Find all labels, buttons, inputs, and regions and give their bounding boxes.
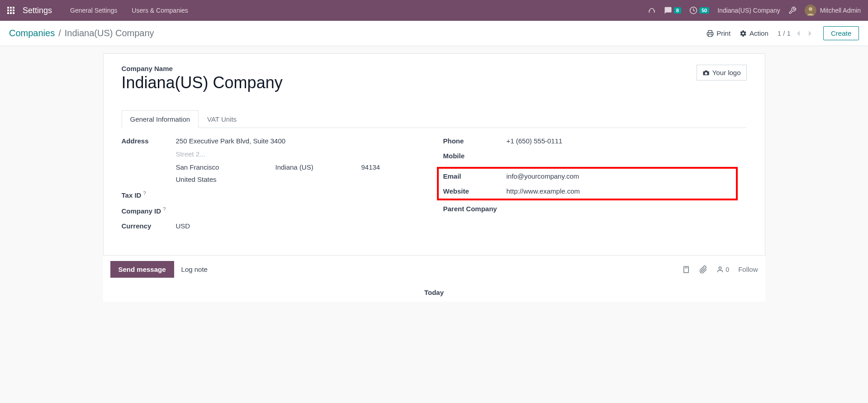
messages-badge: 8	[674, 7, 681, 14]
website-label: Website	[443, 187, 507, 195]
person-icon	[716, 266, 724, 273]
followers-button[interactable]: 0	[716, 266, 729, 273]
breadcrumb-separator: /	[58, 28, 61, 38]
app-title[interactable]: Settings	[23, 6, 52, 15]
chatter-toolbar: Send message Log note 0 Follow	[103, 256, 765, 283]
form-right-column: Phone +1 (650) 555-0111 Mobile Email inf…	[443, 137, 747, 237]
print-label: Print	[716, 29, 730, 37]
nav-users-companies[interactable]: Users & Companies	[126, 7, 194, 14]
your-logo-label: Your logo	[712, 69, 741, 76]
email-field[interactable]: info@yourcompany.com	[507, 172, 731, 180]
gear-icon	[740, 30, 747, 37]
pager-value[interactable]: 1 / 1	[778, 29, 791, 37]
email-label: Email	[443, 172, 507, 180]
follow-button[interactable]: Follow	[738, 266, 758, 273]
tab-general-information[interactable]: General Information	[122, 110, 199, 128]
company-selector[interactable]: Indiana(US) Company	[717, 7, 780, 14]
tab-vat-units[interactable]: VAT Units	[199, 110, 245, 128]
tabs: General Information VAT Units	[122, 110, 747, 128]
debug-icon[interactable]	[788, 6, 797, 14]
breadcrumb-companies[interactable]: Companies	[9, 28, 55, 38]
pager-next-icon[interactable]	[806, 30, 814, 37]
username: Mitchell Admin	[820, 7, 861, 14]
activities-icon[interactable]: 50	[689, 6, 709, 14]
pager: 1 / 1	[778, 29, 814, 37]
messages-icon[interactable]: 8	[664, 6, 681, 14]
svg-point-3	[719, 267, 721, 269]
avatar	[805, 5, 816, 16]
camera-icon	[702, 69, 710, 76]
street2-field[interactable]: Street 2...	[176, 150, 425, 158]
help-icon[interactable]: ?	[143, 190, 146, 196]
currency-field[interactable]: USD	[176, 222, 425, 230]
send-message-button[interactable]: Send message	[110, 261, 174, 278]
state-field[interactable]: Indiana (US)	[275, 163, 352, 171]
address-label: Address	[122, 137, 176, 145]
mobile-label: Mobile	[443, 152, 507, 160]
form-sheet: Company Name Indiana(US) Company Your lo…	[103, 53, 765, 256]
city-field[interactable]: San Francisco	[176, 163, 266, 171]
user-menu[interactable]: Mitchell Admin	[805, 5, 861, 16]
print-button[interactable]: Print	[707, 29, 730, 37]
today-separator: Today	[103, 283, 765, 302]
control-panel: Companies / Indiana(US) Company Print Ac…	[0, 21, 868, 46]
svg-point-2	[809, 7, 812, 11]
your-logo-button[interactable]: Your logo	[697, 65, 747, 81]
parent-company-label: Parent Company	[443, 205, 507, 213]
highlight-box: Email info@yourcompany.com Website http:…	[437, 167, 738, 200]
tax-id-label: Tax ID ?	[122, 190, 176, 199]
company-id-label: Company ID ?	[122, 206, 176, 215]
phone-label: Phone	[443, 137, 507, 145]
form-left-column: Address 250 Executive Park Blvd, Suite 3…	[122, 137, 425, 237]
zip-field[interactable]: 94134	[361, 163, 407, 171]
activities-badge: 50	[699, 7, 709, 14]
action-button[interactable]: Action	[740, 29, 768, 37]
street-field[interactable]: 250 Executive Park Blvd, Suite 3400	[176, 137, 425, 145]
apps-icon[interactable]	[7, 7, 14, 14]
help-icon[interactable]: ?	[163, 206, 166, 212]
create-button[interactable]: Create	[823, 26, 859, 40]
phone-field[interactable]: +1 (650) 555-0111	[507, 137, 747, 145]
attachment-icon[interactable]	[699, 266, 707, 274]
phone-icon[interactable]	[648, 6, 656, 14]
nav-general-settings[interactable]: General Settings	[65, 7, 123, 14]
website-field[interactable]: http://www.example.com	[507, 187, 731, 195]
country-field[interactable]: United States	[176, 175, 425, 183]
breadcrumb-current: Indiana(US) Company	[65, 28, 154, 38]
top-navbar: Settings General Settings Users & Compan…	[0, 0, 868, 21]
company-name-label: Company Name	[122, 65, 697, 72]
log-note-button[interactable]: Log note	[181, 266, 208, 273]
action-label: Action	[749, 29, 768, 37]
book-icon[interactable]	[682, 266, 690, 274]
currency-label: Currency	[122, 222, 176, 230]
pager-prev-icon[interactable]	[794, 30, 802, 37]
company-name-value[interactable]: Indiana(US) Company	[122, 73, 697, 92]
print-icon	[707, 30, 714, 37]
follower-count-value: 0	[726, 266, 729, 273]
breadcrumb: Companies / Indiana(US) Company	[9, 28, 154, 38]
